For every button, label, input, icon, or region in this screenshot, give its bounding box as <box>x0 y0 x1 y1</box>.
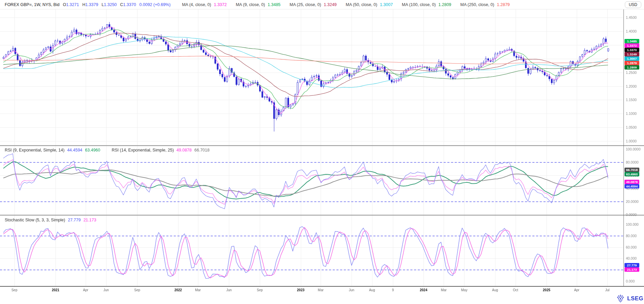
ma-legend-label: MA (100, close, 0) <box>402 2 436 7</box>
ma-legend-value: 1.2809 <box>438 2 451 7</box>
time-axis-month-label[interactable]: Mar <box>318 288 324 292</box>
ma-legend-item-25[interactable]: MA (25, close, 0)1.3249 <box>290 2 337 7</box>
quote-label: O <box>63 2 66 7</box>
ma-legend-label: MA (9, close, 0) <box>236 2 265 7</box>
time-axis-month-label[interactable]: Sep <box>11 288 17 292</box>
time-axis-month-label[interactable]: Sep <box>257 288 263 292</box>
last-price-badge: 1.3370 <box>625 48 639 52</box>
stoch-k-value: 27.779 <box>68 218 81 222</box>
time-axis-month-label[interactable]: Jun <box>226 288 232 292</box>
change-value: 0.0092 (+0.69%) <box>139 2 171 7</box>
ma4-badge: 1.3372 <box>625 43 639 48</box>
rsi-axis-tick: 20.0000 <box>626 200 639 204</box>
quote-c: C1.3370 <box>120 2 136 7</box>
quote-value: 1.3250 <box>104 2 117 7</box>
ma-legend-value: 1.3249 <box>324 2 336 7</box>
chart-header: FOREX GBP=, 1W, NYS, Bid O1.3271H1.3379L… <box>0 0 644 9</box>
stoch-d-value: 21.173 <box>83 218 96 222</box>
ma-legend-item-9[interactable]: MA (9, close, 0)1.3485 <box>236 2 280 7</box>
rsi9-badge: 44.4594 <box>625 184 639 188</box>
rsi9-label[interactable]: RSI (9, Exponential, Simple, 14) <box>5 148 65 153</box>
ma-legend-item-50[interactable]: MA (50, close, 0)1.3007 <box>346 2 393 7</box>
rsi9-ma-badge: 63.4960 <box>625 172 639 176</box>
rsi-legend[interactable]: RSI (9, Exponential, Simple, 14)44.45946… <box>5 148 212 153</box>
rsi14-value: 49.0878 <box>176 148 192 153</box>
price-axis-tick: 1.2000 <box>626 84 637 88</box>
ma-legend-label: MA (250, close, 0) <box>460 2 494 7</box>
stoch-axis-tick: 60.000 <box>626 245 637 249</box>
time-axis-month-label[interactable]: Jun <box>104 288 109 292</box>
ma50-badge: 1.3007 <box>625 56 639 61</box>
price-axis-tick: 1.0000 <box>626 139 637 143</box>
time-axis-year-label[interactable]: 2025 <box>543 288 550 292</box>
stochastic-label[interactable]: Stochastic Slow (5, 3, 3, Simple) <box>5 218 65 222</box>
time-axis-month-label[interactable]: Sep <box>134 288 140 292</box>
ma-legend-item-250[interactable]: MA (250, close, 0)1.2879 <box>460 2 510 7</box>
instrument-title: FOREX GBP=, 1W, NYS, Bid <box>5 2 59 7</box>
time-axis-month-label[interactable]: Mar <box>195 288 201 292</box>
time-axis-year-label[interactable]: 2023 <box>297 288 305 292</box>
rsi-axis-tick: 100.0000 <box>626 147 641 151</box>
rsi14-badge: 49.0878 <box>625 180 639 184</box>
ma25-badge: 1.3249 <box>625 52 639 56</box>
ma100-badge: 1.2809 <box>625 65 639 70</box>
ma-legend-value: 1.3485 <box>268 2 280 7</box>
quote-label: C <box>120 2 123 7</box>
price-axis-tick: 1.4500 <box>626 15 637 19</box>
time-axis-month-label[interactable]: Oct <box>513 288 518 292</box>
time-axis-year-label[interactable]: 2024 <box>420 288 427 292</box>
time-axis-month-label[interactable]: May <box>461 288 468 292</box>
price-axis-tick: 1.1500 <box>626 98 637 102</box>
time-axis-month-label[interactable]: Apr <box>574 288 579 292</box>
ma-legend-label: MA (50, close, 0) <box>346 2 377 7</box>
stoch-d-badge: 21.173 <box>625 267 639 272</box>
ma-legend-value: 1.3372 <box>214 2 227 7</box>
time-axis-month-label[interactable]: Jun <box>349 288 354 292</box>
time-axis-year-label[interactable]: 2021 <box>52 288 59 292</box>
stoch-axis-tick: 0.000 <box>626 279 635 283</box>
chart-workspace: FOREX GBP=, 1W, NYS, Bid O1.3271H1.3379L… <box>0 0 644 304</box>
time-axis-month-label[interactable]: Aug <box>492 288 498 292</box>
time-axis-year-label[interactable]: 2022 <box>174 288 182 292</box>
ma-legend-label: MA (4, close, 0) <box>182 2 211 7</box>
rsi14-label[interactable]: RSI (14, Exponential, Simple, 25) <box>112 148 174 153</box>
stoch-k-badge: 27.779 <box>625 263 639 267</box>
time-axis-month-label[interactable]: Jul <box>605 288 609 292</box>
price-axis-tick: 1.4000 <box>626 29 637 33</box>
stoch-axis-tick: 80.000 <box>626 234 637 238</box>
time-axis-month-label[interactable]: Apr <box>83 288 88 292</box>
rsi14-ma-badge: 66.7018 <box>625 168 639 172</box>
lseg-branding: LSEG <box>616 295 643 303</box>
rsi9-ma-value: 63.4960 <box>85 148 100 153</box>
price-axis-tick: 1.0500 <box>626 125 637 129</box>
quote-value: 1.3370 <box>123 2 136 7</box>
currency-button[interactable]: USD <box>625 1 641 8</box>
rsi14-ma-value: 66.7018 <box>194 148 209 153</box>
lseg-crest-icon <box>616 295 625 303</box>
price-axis-tick: 1.1000 <box>626 112 637 116</box>
ma-legend-item-4[interactable]: MA (4, close, 0)1.3372 <box>182 2 227 7</box>
quote-value: 1.3379 <box>85 2 98 7</box>
stoch-axis-tick: 100.000 <box>626 222 639 226</box>
ma-legend-item-100[interactable]: MA (100, close, 0)1.2809 <box>402 2 451 7</box>
stoch-axis-tick: 40.000 <box>626 256 637 260</box>
rsi-axis-tick: 80.0000 <box>626 160 639 164</box>
rsi-axis-tick: 0.0000 <box>626 213 637 217</box>
quote-l: L1.3250 <box>102 2 117 7</box>
quote-label: H <box>82 2 85 7</box>
quote-o: O1.3271 <box>63 2 79 7</box>
ma-legend: MA (4, close, 0)1.3372MA (9, close, 0)1.… <box>182 2 519 7</box>
time-axis-month-label[interactable]: Aug <box>369 288 375 292</box>
ma-legend-value: 1.2879 <box>497 2 510 7</box>
quote-h: H1.3379 <box>82 2 98 7</box>
quote-value: 1.3271 <box>66 2 79 7</box>
ma-legend-label: MA (25, close, 0) <box>290 2 321 7</box>
ma-legend-value: 1.3007 <box>380 2 393 7</box>
ohlc-quote: O1.3271H1.3379L1.3250C1.3370 <box>59 2 136 7</box>
price-axis-tick: 1.2500 <box>626 71 637 75</box>
ma9-badge: 1.3485 <box>625 39 639 43</box>
time-axis-month-label[interactable]: 9 <box>392 288 394 292</box>
ma250-badge: 1.2879 <box>625 61 639 65</box>
time-axis-month-label[interactable]: Mar <box>441 288 447 292</box>
stochastic-legend[interactable]: Stochastic Slow (5, 3, 3, Simple)27.7792… <box>5 218 99 222</box>
